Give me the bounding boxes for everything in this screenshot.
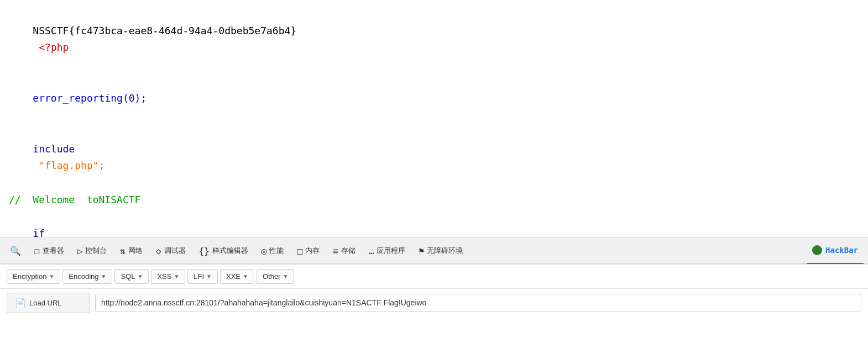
lfi-dropdown[interactable]: LFI ▼ <box>187 269 218 284</box>
xss-arrow-icon: ▼ <box>174 273 179 279</box>
load-url-button[interactable]: 📄 Load URL <box>7 293 90 313</box>
devtools-debugger[interactable]: ◇ 调试器 <box>150 242 191 260</box>
devtools-accessibility[interactable]: ⚑ 无障碍环境 <box>413 242 468 260</box>
devtools-storage[interactable]: ≡ 存储 <box>327 242 361 260</box>
network-label: 网络 <box>128 246 143 256</box>
hackbar-dot-icon <box>812 245 822 255</box>
accessibility-icon: ⚑ <box>419 246 424 256</box>
load-url-icon: 📄 <box>15 298 26 308</box>
devtools-performance[interactable]: ◎ 性能 <box>256 242 290 260</box>
other-dropdown[interactable]: Other ▼ <box>257 269 294 284</box>
devtools-console[interactable]: ▷ 控制台 <box>72 242 113 260</box>
other-label: Other <box>263 272 281 281</box>
code-line-4: // Welcome toNISACTF <box>9 192 859 209</box>
performance-label: 性能 <box>269 246 284 256</box>
xxe-arrow-icon: ▼ <box>243 273 248 279</box>
memory-icon: □ <box>297 246 302 256</box>
encryption-arrow-icon: ▼ <box>49 273 54 279</box>
devtools-inspector[interactable]: 🔍 <box>4 242 27 260</box>
lfi-arrow-icon: ▼ <box>206 273 212 279</box>
code-line-1: NSSCTF{fc473bca-eae8-464d-94a4-0dbeb5e7a… <box>9 6 859 73</box>
code-display: NSSCTF{fc473bca-eae8-464d-94a4-0dbeb5e7a… <box>0 0 868 237</box>
console-icon: ▷ <box>77 246 83 256</box>
php-open-tag: <?php <box>33 41 69 53</box>
code-line-2: error_reporting(0); <box>9 73 859 124</box>
debugger-label: 调试器 <box>164 246 186 256</box>
include-keyword: include <box>33 143 75 155</box>
devtools-application[interactable]: … 应用程序 <box>363 242 411 260</box>
encoding-dropdown[interactable]: Encoding ▼ <box>62 269 112 284</box>
devtools-network[interactable]: ⇅ 网络 <box>114 242 148 260</box>
encryption-label: Encryption <box>13 272 46 281</box>
viewer-icon: ❐ <box>34 246 40 256</box>
hackbar-tab[interactable]: HackBar <box>807 237 864 264</box>
console-label: 控制台 <box>85 246 107 256</box>
encoding-label: Encoding <box>69 272 98 281</box>
code-line-3: include "flag.php"; <box>9 124 859 191</box>
xss-label: XSS <box>157 272 171 281</box>
include-string: "flag.php"; <box>33 160 104 171</box>
hackbar-toolbar: Encryption ▼ Encoding ▼ SQL ▼ XSS ▼ LFI … <box>0 265 868 289</box>
performance-icon: ◎ <box>262 246 267 256</box>
devtools-viewer[interactable]: ❐ 查看器 <box>29 242 70 260</box>
flag-text: NSSCTF{fc473bca-eae8-464d-94a4-0dbeb5e7a… <box>33 25 296 36</box>
debugger-icon: ◇ <box>156 246 161 256</box>
storage-label: 存储 <box>341 246 355 256</box>
storage-icon: ≡ <box>333 246 338 256</box>
accessibility-label: 无障碍环境 <box>427 246 463 256</box>
url-input[interactable] <box>95 294 861 311</box>
style-label: 样式编辑器 <box>212 246 248 256</box>
network-icon: ⇅ <box>120 246 126 256</box>
xss-dropdown[interactable]: XSS ▼ <box>151 269 185 284</box>
xxe-label: XXE <box>226 272 240 281</box>
viewer-label: 查看器 <box>43 246 64 256</box>
load-url-label: Load URL <box>29 299 62 307</box>
hackbar-urlbar: 📄 Load URL <box>0 289 868 316</box>
lfi-label: LFI <box>194 272 204 281</box>
devtools-toolbar: 🔍 ❐ 查看器 ▷ 控制台 ⇅ 网络 ◇ 调试器 {} 样式编辑器 ◎ 性能 □… <box>0 237 868 264</box>
hackbar-panel: Encryption ▼ Encoding ▼ SQL ▼ XSS ▼ LFI … <box>0 264 868 316</box>
memory-label: 内存 <box>305 246 320 256</box>
other-arrow-icon: ▼ <box>283 273 288 279</box>
devtools-style-editor[interactable]: {} 样式编辑器 <box>194 242 254 260</box>
application-icon: … <box>369 246 374 256</box>
hackbar-label: HackBar <box>825 246 858 255</box>
sql-arrow-icon: ▼ <box>137 273 143 279</box>
style-icon: {} <box>199 246 210 256</box>
error-reporting: error_reporting(0); <box>33 92 147 104</box>
inspector-icon: 🔍 <box>10 246 21 256</box>
encoding-arrow-icon: ▼ <box>101 273 107 279</box>
xxe-dropdown[interactable]: XXE ▼ <box>220 269 254 284</box>
sql-label: SQL <box>121 272 135 281</box>
devtools-memory[interactable]: □ 内存 <box>291 242 325 260</box>
code-line-5: if ( "jitanglailo" == $_GET[ahahahaha] &… <box>9 208 859 237</box>
application-label: 应用程序 <box>377 246 405 256</box>
encryption-dropdown[interactable]: Encryption ▼ <box>7 269 60 284</box>
sql-dropdown[interactable]: SQL ▼ <box>114 269 149 284</box>
